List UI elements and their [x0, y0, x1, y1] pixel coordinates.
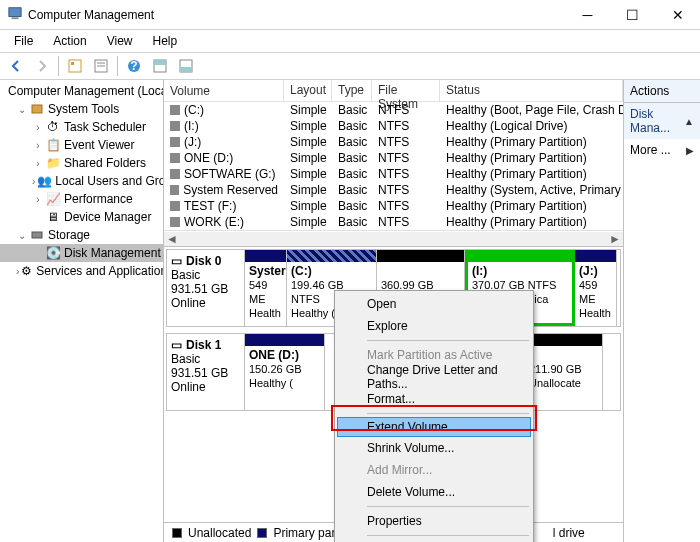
expand-icon[interactable]: ›: [32, 193, 44, 205]
maximize-button[interactable]: ☐: [610, 0, 655, 30]
close-button[interactable]: ✕: [655, 0, 700, 30]
minimize-button[interactable]: ─: [565, 0, 610, 30]
svg-rect-2: [69, 60, 81, 72]
menu-action[interactable]: Action: [45, 32, 94, 50]
device-icon: 🖥: [46, 210, 60, 224]
volume-row[interactable]: TEST (F:) Simple Basic NTFS Healthy (Pri…: [164, 198, 623, 214]
tree-services-apps[interactable]: ›⚙Services and Applications: [0, 262, 163, 280]
tree-users-groups[interactable]: ›👥Local Users and Groups: [0, 172, 163, 190]
storage-icon: [30, 228, 44, 242]
disk-info[interactable]: ▭ Disk 0Basic931.51 GBOnline: [167, 250, 245, 326]
tree-system-tools[interactable]: ⌄ System Tools: [0, 100, 163, 118]
context-menu: Open Explore Mark Partition as Active Ch…: [334, 290, 534, 542]
col-layout[interactable]: Layout: [284, 80, 332, 101]
ctx-open[interactable]: Open: [337, 293, 531, 315]
collapse-icon[interactable]: ⌄: [16, 103, 28, 115]
ctx-change-drive-letter[interactable]: Change Drive Letter and Paths...: [337, 366, 531, 388]
collapse-arrow-icon: ▲: [684, 116, 694, 127]
services-icon: ⚙: [21, 264, 32, 278]
disk-info[interactable]: ▭ Disk 1Basic931.51 GBOnline: [167, 334, 245, 410]
title-bar: Computer Management ─ ☐ ✕: [0, 0, 700, 30]
scroll-left-icon[interactable]: ◄: [164, 232, 180, 246]
help-button[interactable]: ?: [122, 55, 146, 77]
volume-row[interactable]: (I:) Simple Basic NTFS Healthy (Logical …: [164, 118, 623, 134]
window-title: Computer Management: [28, 8, 154, 22]
tree-device-manager[interactable]: 🖥Device Manager: [0, 208, 163, 226]
volume-row[interactable]: (C:) Simple Basic NTFS Healthy (Boot, Pa…: [164, 102, 623, 118]
event-icon: 📋: [46, 138, 60, 152]
disk-icon: ▭: [171, 338, 182, 352]
expand-icon[interactable]: ›: [32, 139, 44, 151]
volume-icon: [170, 137, 180, 147]
tree-event-viewer[interactable]: ›📋Event Viewer: [0, 136, 163, 154]
volume-row[interactable]: SOFTWARE (G:) Simple Basic NTFS Healthy …: [164, 166, 623, 182]
svg-rect-10: [154, 60, 166, 65]
refresh-button[interactable]: [63, 55, 87, 77]
collapse-icon[interactable]: ⌄: [16, 229, 28, 241]
expand-icon[interactable]: ›: [16, 265, 19, 277]
toolbar: ?: [0, 52, 700, 80]
volume-icon: [170, 105, 180, 115]
ctx-extend-volume[interactable]: Extend Volume...: [337, 417, 531, 437]
users-icon: 👥: [37, 174, 51, 188]
col-volume[interactable]: Volume: [164, 80, 284, 101]
volume-row[interactable]: (J:) Simple Basic NTFS Healthy (Primary …: [164, 134, 623, 150]
scroll-right-icon[interactable]: ►: [607, 232, 623, 246]
actions-header: Actions: [624, 80, 700, 103]
legend-logical: l drive: [553, 526, 585, 540]
horizontal-scrollbar[interactable]: ◄ ►: [164, 230, 623, 246]
actions-pane: Actions Disk Mana...▲ More ...▶: [624, 80, 700, 542]
back-button[interactable]: [4, 55, 28, 77]
col-status[interactable]: Status: [440, 80, 623, 101]
navigation-tree[interactable]: Computer Management (Local ⌄ System Tool…: [0, 80, 164, 542]
volume-row[interactable]: ONE (D:) Simple Basic NTFS Healthy (Prim…: [164, 150, 623, 166]
partition[interactable]: Syster549 MEHealth: [245, 250, 287, 326]
ctx-explore[interactable]: Explore: [337, 315, 531, 337]
volume-icon: [170, 217, 180, 227]
ctx-shrink-volume[interactable]: Shrink Volume...: [337, 437, 531, 459]
ctx-format[interactable]: Format...: [337, 388, 531, 410]
perf-icon: 📈: [46, 192, 60, 206]
forward-button[interactable]: [30, 55, 54, 77]
col-type[interactable]: Type: [332, 80, 372, 101]
view-bottom-button[interactable]: [174, 55, 198, 77]
legend-unallocated: Unallocated: [188, 526, 251, 540]
menu-bar: File Action View Help: [0, 30, 700, 52]
menu-file[interactable]: File: [6, 32, 41, 50]
tree-task-scheduler[interactable]: ›⏱Task Scheduler: [0, 118, 163, 136]
partition[interactable]: ONE (D:)150.26 GBHealthy (: [245, 334, 325, 410]
submenu-arrow-icon: ▶: [686, 145, 694, 156]
tree-root[interactable]: Computer Management (Local: [0, 82, 163, 100]
actions-disk-management[interactable]: Disk Mana...▲: [624, 103, 700, 139]
ctx-properties[interactable]: Properties: [337, 510, 531, 532]
expand-icon[interactable]: ›: [32, 121, 44, 133]
clock-icon: ⏱: [46, 120, 60, 134]
volume-row[interactable]: System Reserved Simple Basic NTFS Health…: [164, 182, 623, 198]
tree-storage[interactable]: ⌄ Storage: [0, 226, 163, 244]
properties-button[interactable]: [89, 55, 113, 77]
ctx-add-mirror: Add Mirror...: [337, 459, 531, 481]
expand-icon[interactable]: ›: [32, 157, 44, 169]
menu-view[interactable]: View: [99, 32, 141, 50]
partition[interactable]: (J:)459 MEHealth: [575, 250, 617, 326]
partition[interactable]: 211.90 GBUnallocate: [525, 334, 603, 410]
svg-text:?: ?: [130, 59, 137, 73]
legend-swatch-unallocated: [172, 528, 182, 538]
tree-disk-management[interactable]: 💽Disk Management: [0, 244, 163, 262]
volume-icon: [170, 153, 180, 163]
volume-icon: [170, 121, 180, 131]
menu-help[interactable]: Help: [145, 32, 186, 50]
tree-performance[interactable]: ›📈Performance: [0, 190, 163, 208]
volume-row[interactable]: WORK (E:) Simple Basic NTFS Healthy (Pri…: [164, 214, 623, 230]
ctx-delete-volume[interactable]: Delete Volume...: [337, 481, 531, 503]
volume-list: Volume Layout Type File System Status (C…: [164, 80, 623, 247]
view-top-button[interactable]: [148, 55, 172, 77]
svg-rect-14: [32, 105, 42, 113]
app-icon: [8, 6, 22, 23]
col-filesystem[interactable]: File System: [372, 80, 440, 101]
svg-rect-3: [71, 62, 74, 65]
actions-more[interactable]: More ...▶: [624, 139, 700, 161]
volume-icon: [170, 201, 180, 211]
expand-icon[interactable]: ›: [32, 175, 35, 187]
tree-shared-folders[interactable]: ›📁Shared Folders: [0, 154, 163, 172]
